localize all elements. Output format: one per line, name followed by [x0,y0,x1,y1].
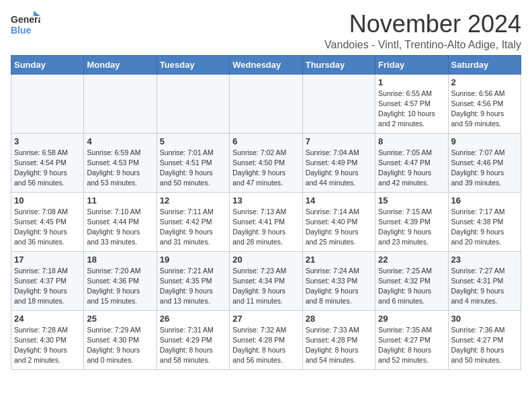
calendar-cell: 26Sunrise: 7:31 AMSunset: 4:29 PMDayligh… [157,310,229,369]
day-info: Sunrise: 7:05 AMSunset: 4:47 PMDaylight:… [378,148,445,189]
day-info: Sunrise: 7:15 AMSunset: 4:39 PMDaylight:… [378,207,445,248]
day-info: Sunrise: 7:21 AMSunset: 4:35 PMDaylight:… [160,266,226,307]
month-title: November 2024 [324,11,521,38]
calendar-cell: 24Sunrise: 7:28 AMSunset: 4:30 PMDayligh… [11,310,84,369]
day-number: 3 [14,136,81,146]
calendar-cell: 4Sunrise: 6:59 AMSunset: 4:53 PMDaylight… [84,133,157,192]
day-number: 10 [14,195,81,205]
calendar-cell: 6Sunrise: 7:02 AMSunset: 4:50 PMDaylight… [230,133,302,192]
calendar-cell: 30Sunrise: 7:36 AMSunset: 4:27 PMDayligh… [448,310,521,369]
day-info: Sunrise: 7:32 AMSunset: 4:28 PMDaylight:… [232,325,299,366]
calendar-cell: 23Sunrise: 7:27 AMSunset: 4:31 PMDayligh… [448,251,521,310]
calendar-cell: 14Sunrise: 7:14 AMSunset: 4:40 PMDayligh… [302,192,375,251]
day-info: Sunrise: 7:20 AMSunset: 4:36 PMDaylight:… [87,266,153,307]
day-info: Sunrise: 7:01 AMSunset: 4:51 PMDaylight:… [160,148,226,189]
day-info: Sunrise: 7:11 AMSunset: 4:42 PMDaylight:… [160,207,226,248]
calendar-cell: 10Sunrise: 7:08 AMSunset: 4:45 PMDayligh… [11,192,84,251]
calendar-cell: 9Sunrise: 7:07 AMSunset: 4:46 PMDaylight… [448,133,521,192]
calendar-cell [84,74,157,133]
calendar-cell: 2Sunrise: 6:56 AMSunset: 4:56 PMDaylight… [448,74,521,133]
day-number: 19 [160,255,226,265]
day-number: 16 [451,195,518,205]
weekday-header: Thursday [302,55,375,74]
day-info: Sunrise: 7:04 AMSunset: 4:49 PMDaylight:… [306,148,372,189]
calendar-cell: 15Sunrise: 7:15 AMSunset: 4:39 PMDayligh… [375,192,448,251]
day-info: Sunrise: 7:31 AMSunset: 4:29 PMDaylight:… [160,325,226,366]
calendar-cell: 1Sunrise: 6:55 AMSunset: 4:57 PMDaylight… [375,74,448,133]
day-info: Sunrise: 7:08 AMSunset: 4:45 PMDaylight:… [14,207,81,248]
day-info: Sunrise: 7:27 AMSunset: 4:31 PMDaylight:… [451,266,518,307]
day-info: Sunrise: 7:25 AMSunset: 4:32 PMDaylight:… [378,266,445,307]
calendar-cell: 22Sunrise: 7:25 AMSunset: 4:32 PMDayligh… [375,251,448,310]
calendar-cell: 27Sunrise: 7:32 AMSunset: 4:28 PMDayligh… [230,310,302,369]
day-info: Sunrise: 7:14 AMSunset: 4:40 PMDaylight:… [306,207,372,248]
day-info: Sunrise: 6:56 AMSunset: 4:56 PMDaylight:… [451,89,518,130]
logo-icon: General Blue [11,11,40,38]
day-number: 17 [14,255,81,265]
location-subtitle: Vandoies - Vintl, Trentino-Alto Adige, I… [324,39,521,51]
day-number: 6 [232,136,299,146]
day-number: 13 [232,195,299,205]
weekday-header: Saturday [448,55,521,74]
calendar-cell: 28Sunrise: 7:33 AMSunset: 4:28 PMDayligh… [302,310,375,369]
day-number: 21 [306,255,372,265]
calendar-cell [230,74,302,133]
weekday-header: Tuesday [157,55,229,74]
day-info: Sunrise: 7:07 AMSunset: 4:46 PMDaylight:… [451,148,518,189]
logo: General Blue [11,11,40,38]
day-number: 4 [87,136,153,146]
calendar-cell: 20Sunrise: 7:23 AMSunset: 4:34 PMDayligh… [230,251,302,310]
weekday-header: Wednesday [230,55,302,74]
day-info: Sunrise: 7:29 AMSunset: 4:30 PMDaylight:… [87,325,153,366]
day-number: 9 [451,136,518,146]
calendar-cell: 17Sunrise: 7:18 AMSunset: 4:37 PMDayligh… [11,251,84,310]
day-number: 26 [160,314,226,324]
weekday-header: Monday [84,55,157,74]
day-info: Sunrise: 6:58 AMSunset: 4:54 PMDaylight:… [14,148,81,189]
day-number: 24 [14,314,81,324]
day-number: 12 [160,195,226,205]
day-number: 20 [232,255,299,265]
calendar-cell: 25Sunrise: 7:29 AMSunset: 4:30 PMDayligh… [84,310,157,369]
day-info: Sunrise: 7:33 AMSunset: 4:28 PMDaylight:… [306,325,372,366]
day-number: 5 [160,136,226,146]
day-info: Sunrise: 7:28 AMSunset: 4:30 PMDaylight:… [14,325,81,366]
calendar-cell [302,74,375,133]
calendar-cell: 19Sunrise: 7:21 AMSunset: 4:35 PMDayligh… [157,251,229,310]
calendar-cell: 13Sunrise: 7:13 AMSunset: 4:41 PMDayligh… [230,192,302,251]
day-number: 23 [451,255,518,265]
day-info: Sunrise: 6:59 AMSunset: 4:53 PMDaylight:… [87,148,153,189]
calendar-cell: 7Sunrise: 7:04 AMSunset: 4:49 PMDaylight… [302,133,375,192]
calendar-cell: 3Sunrise: 6:58 AMSunset: 4:54 PMDaylight… [11,133,84,192]
day-number: 22 [378,255,445,265]
day-number: 1 [378,77,445,87]
day-number: 28 [306,314,372,324]
day-info: Sunrise: 7:24 AMSunset: 4:33 PMDaylight:… [306,266,372,307]
svg-text:Blue: Blue [11,25,32,36]
weekday-header: Sunday [11,55,84,74]
day-number: 14 [306,195,372,205]
calendar-cell: 12Sunrise: 7:11 AMSunset: 4:42 PMDayligh… [157,192,229,251]
day-number: 18 [87,255,153,265]
weekday-header: Friday [375,55,448,74]
day-info: Sunrise: 6:55 AMSunset: 4:57 PMDaylight:… [378,89,445,130]
calendar-cell [157,74,229,133]
day-number: 30 [451,314,518,324]
calendar-cell: 18Sunrise: 7:20 AMSunset: 4:36 PMDayligh… [84,251,157,310]
title-section: November 2024 Vandoies - Vintl, Trentino… [324,11,521,51]
day-info: Sunrise: 7:17 AMSunset: 4:38 PMDaylight:… [451,207,518,248]
day-number: 27 [232,314,299,324]
day-number: 11 [87,195,153,205]
day-info: Sunrise: 7:23 AMSunset: 4:34 PMDaylight:… [232,266,299,307]
day-info: Sunrise: 7:13 AMSunset: 4:41 PMDaylight:… [232,207,299,248]
day-number: 25 [87,314,153,324]
day-info: Sunrise: 7:35 AMSunset: 4:27 PMDaylight:… [378,325,445,366]
day-info: Sunrise: 7:36 AMSunset: 4:27 PMDaylight:… [451,325,518,366]
calendar-cell: 16Sunrise: 7:17 AMSunset: 4:38 PMDayligh… [448,192,521,251]
day-info: Sunrise: 7:10 AMSunset: 4:44 PMDaylight:… [87,207,153,248]
day-info: Sunrise: 7:18 AMSunset: 4:37 PMDaylight:… [14,266,81,307]
day-number: 2 [451,77,518,87]
calendar-cell: 11Sunrise: 7:10 AMSunset: 4:44 PMDayligh… [84,192,157,251]
calendar-cell: 5Sunrise: 7:01 AMSunset: 4:51 PMDaylight… [157,133,229,192]
calendar: SundayMondayTuesdayWednesdayThursdayFrid… [11,55,521,370]
